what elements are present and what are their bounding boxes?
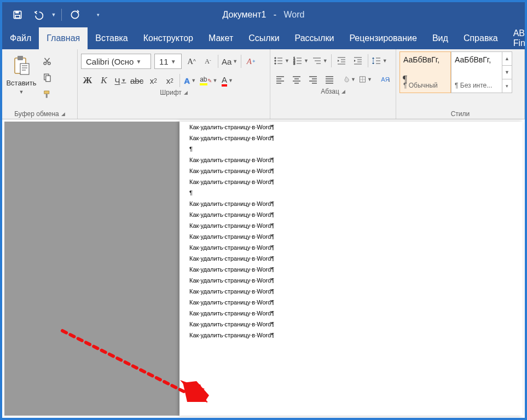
subscript-button[interactable]: x2: [147, 73, 160, 88]
separator: [241, 55, 241, 68]
paste-button[interactable]: Вставить ▼: [5, 51, 37, 95]
numbering-button[interactable]: 123▼: [293, 54, 309, 68]
tab-вид[interactable]: Вид: [425, 27, 456, 49]
clear-formatting-button[interactable]: A✦: [245, 54, 258, 68]
separator: [179, 74, 180, 87]
qat-customize-icon[interactable]: ▾: [94, 5, 102, 25]
ribbon-tabs: ФайлГлавнаяВставкаКонструкторМакетСсылки…: [2, 27, 525, 49]
document-line: Как·удалить·страницу·в·Word¶: [189, 297, 513, 308]
align-right-button[interactable]: [306, 72, 320, 87]
svg-rect-11: [46, 94, 48, 98]
document-line: Как·удалить·страницу·в·Word¶: [189, 154, 513, 165]
document-line: Как·удалить·страницу·в·Word¶: [189, 122, 513, 133]
document-line: Как·удалить·страницу·в·Word¶: [189, 165, 513, 176]
group-paragraph-label: Абзац◢: [274, 87, 392, 95]
tab-файл[interactable]: Файл: [2, 27, 39, 49]
line-spacing-button[interactable]: ▼: [372, 54, 387, 68]
font-name-combo[interactable]: Calibri (Осно▼: [81, 54, 151, 69]
font-color-button[interactable]: A▼: [221, 73, 234, 88]
underline-button[interactable]: Ч▼: [114, 73, 127, 88]
align-left-button[interactable]: [274, 72, 287, 87]
title-separator: -: [269, 10, 281, 19]
copy-button[interactable]: [39, 71, 55, 84]
grow-font-button[interactable]: A^: [185, 54, 198, 68]
group-clipboard-label: Буфер обмена◢: [5, 109, 74, 118]
svg-rect-2: [15, 15, 20, 18]
gallery-down-icon[interactable]: ▼: [502, 66, 512, 79]
tab-рассылки[interactable]: Рассылки: [287, 27, 342, 49]
group-paragraph: ▼ 123▼ ▼ ▼ ▼ ▼ АЯ↓ ¶: [270, 49, 396, 119]
svg-rect-5: [18, 56, 23, 60]
change-case-button[interactable]: Aa▼: [222, 54, 238, 68]
document-line: Как·удалить·страницу·в·Word¶: [189, 231, 513, 242]
document-line: ¶: [189, 187, 513, 198]
document-area: Как·удалить·страницу·в·Word¶Как·удалить·…: [4, 122, 523, 416]
document-line: Как·удалить·страницу·в·Word¶: [189, 242, 513, 253]
shading-button[interactable]: ▼: [343, 72, 356, 87]
svg-rect-6: [20, 64, 29, 74]
group-clipboard: Вставить ▼ Буфер обмена◢: [2, 49, 78, 119]
superscript-button[interactable]: x2: [163, 73, 176, 88]
tab-главная[interactable]: Главная: [39, 27, 88, 49]
increase-indent-button[interactable]: [351, 54, 364, 68]
styles-gallery-scroller: ▲ ▼ ▾: [502, 51, 512, 93]
show-marks-button[interactable]: ¶: [398, 72, 412, 87]
sort-button[interactable]: АЯ↓: [379, 72, 392, 87]
borders-button[interactable]: ▼: [359, 72, 372, 87]
strikethrough-button[interactable]: abc: [130, 73, 143, 88]
group-font: Calibri (Осно▼ 11▼ A^ Aˇ Aa▼ A✦ Ж К Ч▼ a…: [78, 49, 270, 119]
quick-access-toolbar: ▼ ▾: [2, 5, 102, 25]
save-button[interactable]: [8, 5, 27, 25]
format-painter-button[interactable]: [39, 88, 55, 101]
title-bar: ▼ ▾ Документ1 - Word: [2, 2, 525, 27]
undo-dropdown-icon[interactable]: ▼: [49, 5, 58, 25]
tab-abbyy finel[interactable]: ABBYY Finel: [506, 27, 527, 49]
italic-button[interactable]: К: [97, 73, 111, 88]
dialog-launcher-icon[interactable]: ◢: [184, 90, 188, 95]
app-name: Word: [283, 10, 304, 19]
separator: [331, 54, 332, 67]
tab-рецензирование[interactable]: Рецензирование: [341, 27, 425, 49]
document-line: Как·удалить·страницу·в·Word¶: [189, 253, 513, 264]
justify-button[interactable]: [323, 72, 336, 87]
document-page[interactable]: Как·удалить·страницу·в·Word¶Как·удалить·…: [179, 122, 523, 416]
tab-вставка[interactable]: Вставка: [88, 27, 135, 49]
text-effects-button[interactable]: A▼: [183, 73, 196, 88]
dialog-launcher-icon[interactable]: ◢: [61, 111, 65, 117]
gallery-up-icon[interactable]: ▲: [502, 52, 512, 66]
document-line: Как·удалить·страницу·в·Word¶: [189, 133, 513, 143]
svg-point-14: [275, 63, 276, 64]
dialog-launcher-icon[interactable]: ◢: [341, 89, 345, 94]
shrink-font-button[interactable]: Aˇ: [201, 54, 215, 68]
tab-конструктор[interactable]: Конструктор: [136, 27, 201, 49]
group-font-label: Шрифт◢: [81, 88, 267, 96]
document-line: Как·удалить·страницу·в·Word¶: [189, 330, 513, 341]
svg-text:3: 3: [293, 62, 296, 65]
undo-button[interactable]: [28, 5, 48, 25]
tab-ссылки[interactable]: Ссылки: [241, 27, 287, 49]
document-line: Как·удалить·страницу·в·Word¶: [189, 198, 513, 209]
tab-макет[interactable]: Макет: [201, 27, 241, 49]
document-line: Как·удалить·страницу·в·Word¶: [189, 209, 513, 220]
font-size-combo[interactable]: 11▼: [154, 54, 182, 69]
svg-rect-10: [46, 76, 50, 82]
cut-button[interactable]: [39, 55, 55, 68]
style-no-spacing[interactable]: АаБбВвГг, ¶ Без инте...: [451, 51, 502, 93]
group-styles-label: Стили: [399, 109, 521, 118]
align-center-button[interactable]: [290, 72, 303, 87]
svg-point-13: [275, 60, 276, 61]
qat-separator: [61, 9, 62, 21]
document-line: ¶: [189, 143, 513, 154]
document-line: Как·удалить·страницу·в·Word¶: [189, 176, 513, 187]
group-styles: АаБбВвГг, ¶ Обычный АаБбВвГг, ¶ Без инте…: [396, 49, 525, 119]
redo-button[interactable]: [65, 5, 85, 25]
gallery-more-icon[interactable]: ▾: [502, 79, 512, 93]
document-line: Как·удалить·страницу·в·Word¶: [189, 264, 513, 275]
document-name: Документ1: [223, 10, 267, 19]
decrease-indent-button[interactable]: [335, 54, 348, 68]
bullets-button[interactable]: ▼: [274, 54, 289, 68]
tab-справка[interactable]: Справка: [456, 27, 506, 49]
bold-button[interactable]: Ж: [81, 73, 94, 88]
highlight-button[interactable]: ab✎▼: [200, 73, 217, 88]
multilevel-list-button[interactable]: ▼: [312, 54, 328, 68]
